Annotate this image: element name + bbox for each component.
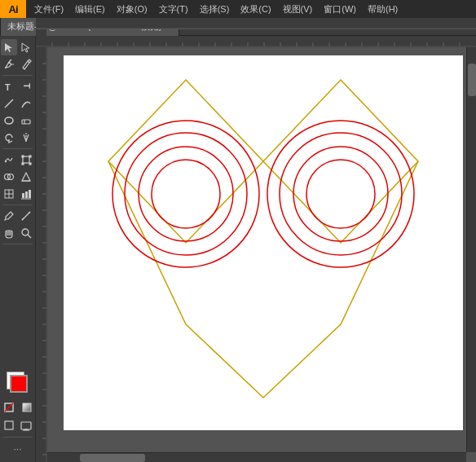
svg-point-101 — [280, 133, 402, 255]
svg-line-28 — [22, 218, 24, 220]
menu-file[interactable]: 文件(F) — [29, 2, 68, 17]
color-swatches[interactable] — [3, 368, 33, 398]
ruler-vertical — [36, 47, 47, 462]
view-mode-button[interactable] — [1, 417, 17, 433]
more-tools-button[interactable]: ··· — [10, 441, 26, 457]
eraser-tool[interactable] — [18, 112, 34, 129]
svg-line-33 — [5, 403, 13, 411]
menu-text[interactable]: 文字(T) — [154, 2, 193, 17]
svg-rect-67 — [36, 47, 47, 462]
eyedropper-tool[interactable] — [1, 208, 17, 224]
artboard — [64, 55, 463, 430]
menu-edit[interactable]: 编辑(E) — [70, 2, 110, 17]
svg-rect-23 — [25, 191, 28, 198]
menu-object[interactable]: 对象(O) — [112, 2, 152, 17]
menu-bar: 文件(F) 编辑(E) 对象(O) 文字(T) 选择(S) 效果(C) 视图(V… — [26, 0, 476, 18]
app-logo: Ai — [0, 0, 26, 18]
line-tool[interactable] — [1, 95, 17, 112]
type-tool[interactable]: T — [1, 78, 17, 95]
svg-point-96 — [112, 121, 259, 267]
svg-rect-0 — [36, 18, 476, 29]
ellipse-tool[interactable] — [1, 112, 17, 129]
canvas-area — [36, 36, 476, 462]
svg-point-6 — [5, 117, 13, 124]
menu-select[interactable]: 选择(S) — [195, 2, 235, 17]
main-area: T T — [0, 36, 476, 462]
svg-rect-39 — [36, 36, 476, 47]
svg-line-5 — [5, 99, 13, 108]
direct-selection-tool[interactable] — [18, 39, 34, 55]
gradient-button[interactable] — [19, 399, 35, 416]
svg-marker-94 — [108, 80, 263, 243]
svg-rect-15 — [29, 163, 31, 165]
svg-rect-24 — [29, 190, 31, 198]
svg-rect-34 — [23, 403, 31, 411]
reflect-tool[interactable] — [18, 130, 34, 146]
svg-marker-95 — [263, 80, 418, 243]
svg-point-2 — [5, 67, 7, 68]
warp-tool[interactable] — [1, 152, 17, 168]
ruler-horizontal — [36, 36, 476, 47]
svg-point-102 — [293, 147, 388, 241]
menu-help[interactable]: 帮助(H) — [363, 2, 403, 17]
svg-rect-7 — [22, 120, 30, 124]
svg-rect-14 — [22, 163, 24, 165]
title-bar: Ai 文件(F) 编辑(E) 对象(O) 文字(T) 选择(S) 效果(C) 视… — [0, 0, 476, 18]
pen-tool[interactable] — [1, 56, 17, 73]
color-modes — [1, 399, 35, 416]
bottom-tool-row — [1, 417, 34, 433]
scrollbar-horizontal[interactable] — [47, 452, 466, 462]
svg-point-98 — [139, 147, 233, 241]
svg-line-26 — [5, 219, 7, 221]
color-area: ··· — [1, 368, 35, 462]
arc-tool[interactable] — [18, 95, 34, 112]
type-vertical-tool[interactable]: T — [18, 78, 34, 95]
toolbar: T T — [0, 36, 36, 462]
svg-point-100 — [267, 121, 414, 267]
svg-point-30 — [22, 229, 29, 235]
svg-point-97 — [125, 133, 247, 255]
selection-tool[interactable] — [1, 39, 17, 55]
svg-point-10 — [5, 161, 7, 162]
svg-text:T: T — [5, 82, 11, 92]
perspective-tool[interactable] — [18, 169, 34, 185]
graph-tool[interactable] — [18, 186, 34, 202]
artboard-container — [47, 47, 466, 452]
measure-tool[interactable] — [18, 208, 34, 224]
menu-window[interactable]: 窗口(W) — [319, 2, 361, 17]
mesh-tool[interactable] — [1, 186, 17, 202]
zoom-tool[interactable] — [18, 225, 34, 241]
artwork-svg — [64, 55, 463, 430]
hand-tool[interactable] — [1, 225, 17, 241]
none-color-button[interactable] — [1, 399, 17, 416]
ruler-top: // Rendered via SVG — [36, 18, 476, 29]
svg-point-99 — [152, 160, 220, 228]
svg-line-31 — [28, 235, 31, 238]
scrollbar-vertical[interactable] — [466, 47, 476, 452]
svg-text:T: T — [22, 83, 32, 89]
screen-mode-button[interactable] — [18, 417, 34, 433]
menu-view[interactable]: 视图(V) — [278, 2, 318, 17]
svg-line-29 — [29, 212, 30, 213]
svg-point-103 — [306, 160, 375, 228]
svg-rect-13 — [29, 156, 31, 157]
svg-rect-12 — [22, 156, 24, 157]
rotate-tool[interactable] — [1, 130, 17, 146]
foreground-color-swatch[interactable] — [10, 375, 28, 393]
shape-builder-tool[interactable] — [1, 169, 17, 185]
svg-rect-22 — [22, 193, 24, 198]
svg-rect-36 — [21, 422, 31, 429]
pencil-tool[interactable] — [18, 56, 34, 73]
menu-effect[interactable]: 效果(C) — [236, 2, 275, 17]
free-transform-tool[interactable] — [18, 152, 34, 168]
svg-rect-35 — [5, 421, 13, 429]
